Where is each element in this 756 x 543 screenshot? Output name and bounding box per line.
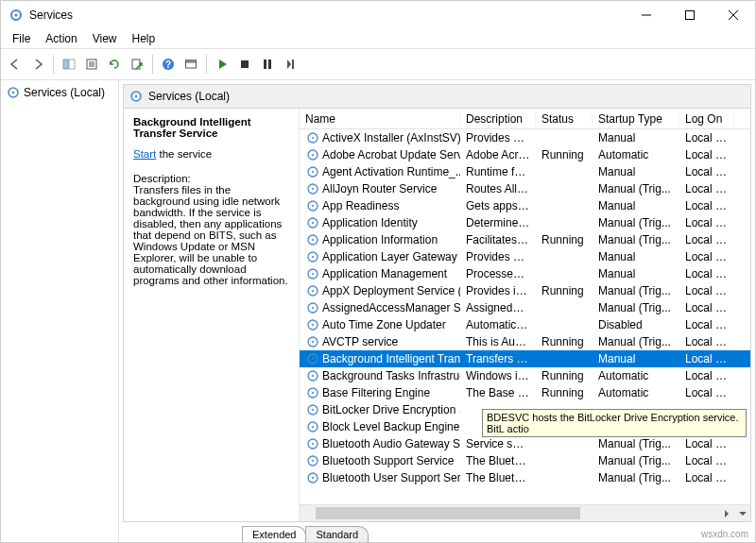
service-row[interactable]: ActiveX Installer (AxInstSV)Provides Us.…	[300, 129, 750, 146]
service-row[interactable]: Bluetooth Support ServiceThe Bluetoo...M…	[300, 452, 750, 469]
service-desc: Automatica...	[460, 318, 536, 331]
list-body[interactable]: ActiveX Installer (AxInstSV)Provides Us.…	[300, 129, 750, 504]
col-status[interactable]: Status	[536, 112, 593, 126]
service-row[interactable]: Agent Activation Runtime_...Runtime for.…	[300, 163, 750, 180]
forward-button[interactable]	[27, 54, 48, 75]
service-startup: Automatic	[593, 369, 679, 382]
stop-service-button[interactable]	[234, 54, 255, 75]
gear-icon	[305, 181, 320, 196]
service-desc: The Bluetoo...	[460, 471, 536, 484]
svg-point-50	[312, 341, 314, 343]
properties-button[interactable]	[81, 54, 102, 75]
service-status: Running	[536, 233, 593, 246]
service-startup: Manual (Trig...	[593, 301, 679, 314]
tab-extended[interactable]: Extended	[242, 526, 306, 542]
tabs: Extended Standard	[119, 521, 755, 542]
service-row[interactable]: Application Layer Gateway ...Provides su…	[300, 248, 750, 265]
service-row[interactable]: AllJoyn Router ServiceRoutes AllJo...Man…	[300, 180, 750, 197]
service-desc: Adobe Acro...	[460, 148, 536, 161]
gear-icon	[305, 300, 320, 315]
menu-file[interactable]: File	[5, 30, 38, 47]
close-button[interactable]	[712, 1, 755, 29]
service-logon: Local Sy	[679, 165, 734, 178]
window-title: Services	[29, 8, 73, 22]
export-list-button[interactable]	[127, 54, 147, 75]
back-button[interactable]	[5, 54, 26, 75]
refresh-button[interactable]	[104, 54, 125, 75]
service-row[interactable]: Background Tasks Infrastruc...Windows in…	[300, 367, 750, 384]
start-service-button[interactable]	[212, 54, 232, 75]
col-startup[interactable]: Startup Type	[593, 112, 679, 126]
minimize-button[interactable]	[625, 1, 668, 29]
service-row[interactable]: AppX Deployment Service (...Provides inf…	[300, 282, 750, 299]
service-startup: Manual (Trig...	[593, 182, 679, 195]
svg-point-34	[312, 205, 314, 207]
service-row[interactable]: App ReadinessGets apps re...ManualLocal …	[300, 197, 750, 214]
service-row[interactable]: Application InformationFacilitates t...R…	[300, 231, 750, 248]
service-startup: Manual	[593, 352, 679, 365]
menu-action[interactable]: Action	[38, 30, 84, 47]
svg-point-52	[312, 358, 314, 360]
service-desc: The Base Fil...	[460, 386, 536, 399]
service-desc: Provides Us...	[460, 131, 536, 144]
service-logon: Local Sy	[679, 369, 734, 382]
gear-icon	[305, 419, 320, 434]
maximize-button[interactable]	[668, 1, 712, 29]
help-button[interactable]: ?	[158, 54, 179, 75]
service-status: Running	[536, 386, 593, 399]
svg-point-38	[312, 239, 314, 241]
service-row[interactable]: Adobe Acrobat Update Serv...Adobe Acro..…	[300, 146, 750, 163]
service-name: ActiveX Installer (AxInstSV)	[322, 131, 460, 144]
service-row[interactable]: Auto Time Zone UpdaterAutomatica...Disab…	[300, 316, 750, 333]
svg-point-24	[135, 95, 137, 97]
col-name[interactable]: Name	[300, 112, 460, 126]
service-row[interactable]: Application IdentityDetermines ...Manual…	[300, 214, 750, 231]
service-logon: Local Se	[679, 386, 734, 399]
svg-point-26	[312, 137, 314, 139]
menu-help[interactable]: Help	[125, 30, 163, 47]
service-row[interactable]: Bluetooth User Support Ser...The Bluetoo…	[300, 469, 750, 486]
scroll-down-arrow[interactable]	[734, 505, 750, 521]
service-status: Running	[536, 284, 593, 297]
scroll-right-arrow[interactable]	[718, 505, 734, 521]
scrollbar-thumb[interactable]	[316, 507, 580, 519]
service-startup: Manual (Trig...	[593, 216, 679, 229]
service-row[interactable]: AssignedAccessManager Se...AssignedAc...…	[300, 299, 750, 316]
svg-point-64	[312, 460, 314, 462]
service-name: Bluetooth Audio Gateway S...	[322, 437, 460, 450]
svg-rect-12	[132, 59, 140, 69]
gear-icon	[305, 402, 320, 417]
service-startup: Manual	[593, 267, 679, 280]
horizontal-scrollbar[interactable]	[300, 504, 750, 521]
service-name: Adobe Acrobat Update Serv...	[322, 148, 460, 161]
service-logon: Local Sy	[679, 352, 734, 365]
new-window-button[interactable]	[180, 54, 201, 75]
service-startup: Disabled	[593, 318, 679, 331]
tooltip: BDESVC hosts the BitLocker Drive Encrypt…	[482, 409, 747, 437]
svg-point-46	[312, 307, 314, 309]
tab-standard[interactable]: Standard	[305, 526, 369, 542]
service-desc: Runtime for...	[460, 165, 536, 178]
menu-view[interactable]: View	[85, 30, 125, 47]
restart-service-button[interactable]	[280, 54, 301, 75]
show-hide-tree-button[interactable]	[59, 54, 79, 75]
col-description[interactable]: Description	[460, 112, 536, 126]
svg-rect-3	[686, 11, 695, 20]
service-row[interactable]: Base Filtering EngineThe Base Fil...Runn…	[300, 384, 750, 401]
service-row[interactable]: Background Intelligent Tran...Transfers …	[300, 350, 750, 367]
pause-service-button[interactable]	[257, 54, 278, 75]
gear-icon	[305, 130, 320, 145]
service-row[interactable]: AVCTP serviceThis is Audi...RunningManua…	[300, 333, 750, 350]
service-row[interactable]: Application ManagementProcesses in...Man…	[300, 265, 750, 282]
service-startup: Manual (Trig...	[593, 233, 679, 246]
start-link[interactable]: Start	[133, 148, 156, 160]
col-logon[interactable]: Log On	[679, 112, 734, 126]
svg-point-22	[12, 92, 14, 93]
gear-icon	[305, 351, 320, 366]
service-row[interactable]: Bluetooth Audio Gateway S...Service sup.…	[300, 435, 750, 452]
tree-root-item[interactable]: Services (Local)	[3, 84, 116, 101]
tree-pane: Services (Local)	[1, 80, 119, 542]
service-desc: Processes in...	[460, 267, 536, 280]
service-logon: Local Sy	[679, 233, 734, 246]
service-name: App Readiness	[322, 199, 399, 212]
